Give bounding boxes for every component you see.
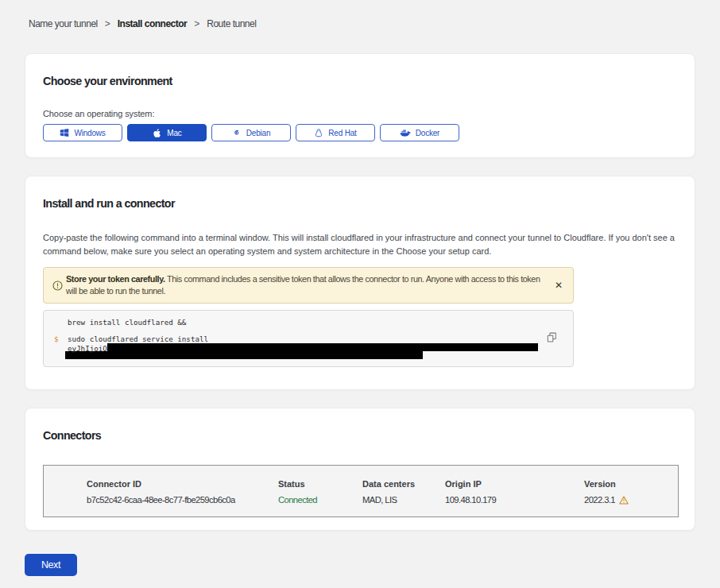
os-select-label: Choose an operating system:: [43, 108, 677, 119]
connectors-card: Connectors Connector ID Status Data cent…: [25, 408, 695, 531]
cell-version: 2022.3.1: [584, 495, 678, 505]
os-button-label: Docker: [416, 129, 439, 137]
cell-data-centers: MAD, LIS: [362, 495, 445, 505]
install-card-description: Copy-paste the following command into a …: [43, 231, 679, 258]
close-icon[interactable]: ✕: [553, 279, 564, 292]
debian-icon: [232, 128, 242, 137]
code-line-brew: brew install cloudflared &&: [44, 319, 525, 327]
connectors-table-row: b7c52c42-6caa-48ee-8c77-fbe259cb6c0a Con…: [87, 495, 678, 505]
code-line-token: eyJhIjoiO: [44, 344, 525, 354]
breadcrumb-install-connector[interactable]: Install connector: [118, 18, 188, 29]
install-card: Install and run a connector Copy-paste t…: [25, 176, 695, 390]
os-button-windows[interactable]: Windows: [43, 124, 122, 141]
header-status: Status: [278, 479, 362, 489]
docker-icon: [400, 128, 411, 137]
windows-icon: [60, 128, 69, 137]
redacted-token-bar: [107, 343, 538, 351]
cell-connector-id: b7c52c42-6caa-48ee-8c77-fbe259cb6c0a: [87, 495, 278, 505]
header-version: Version: [584, 479, 678, 489]
os-button-debian[interactable]: Debian: [211, 124, 291, 141]
breadcrumb-separator: >: [194, 18, 199, 29]
environment-card-title: Choose your environment: [43, 75, 677, 88]
connectors-card-title: Connectors: [43, 429, 677, 443]
connectors-table-header: Connector ID Status Data centers Origin …: [87, 479, 678, 489]
cell-origin-ip: 109.48.10.179: [445, 495, 584, 505]
os-button-label: Mac: [167, 129, 181, 137]
install-card-title: Install and run a connector: [43, 197, 677, 211]
redhat-icon: [314, 128, 323, 138]
apple-icon: [152, 128, 162, 138]
install-command-codeblock: brew install cloudflared && $sudo cloudf…: [43, 310, 574, 367]
header-data-centers: Data centers: [362, 479, 445, 489]
os-button-label: Red Hat: [328, 129, 356, 137]
info-circle-icon: [52, 280, 63, 294]
shell-prompt: $: [54, 335, 59, 344]
page: Name your tunnel > Install connector > R…: [0, 0, 720, 576]
footer: Next: [25, 554, 695, 576]
copy-icon[interactable]: [545, 332, 558, 345]
header-connector-id: Connector ID: [87, 479, 278, 489]
header-origin-ip: Origin IP: [445, 479, 584, 489]
connectors-table: Connector ID Status Data centers Origin …: [43, 465, 679, 517]
os-button-docker[interactable]: Docker: [380, 124, 459, 141]
breadcrumb-route-tunnel[interactable]: Route tunnel: [207, 18, 256, 29]
alert-title: Store your token carefully.: [66, 274, 165, 284]
os-button-redhat[interactable]: Red Hat: [296, 124, 375, 141]
os-button-label: Windows: [74, 129, 105, 137]
warning-triangle-icon: [619, 496, 629, 505]
breadcrumb-name-your-tunnel[interactable]: Name your tunnel: [29, 18, 98, 29]
cell-status: Connected: [278, 495, 362, 505]
os-button-group: Windows Mac Debian Red Hat: [43, 124, 677, 141]
next-button[interactable]: Next: [25, 554, 77, 576]
environment-card: Choose your environment Choose an operat…: [25, 53, 695, 158]
breadcrumb-separator: >: [105, 18, 110, 29]
os-button-label: Debian: [246, 129, 271, 137]
os-button-mac[interactable]: Mac: [127, 124, 207, 141]
breadcrumb: Name your tunnel > Install connector > R…: [25, 0, 695, 29]
token-warning-alert: Store your token carefully. This command…: [43, 267, 574, 304]
